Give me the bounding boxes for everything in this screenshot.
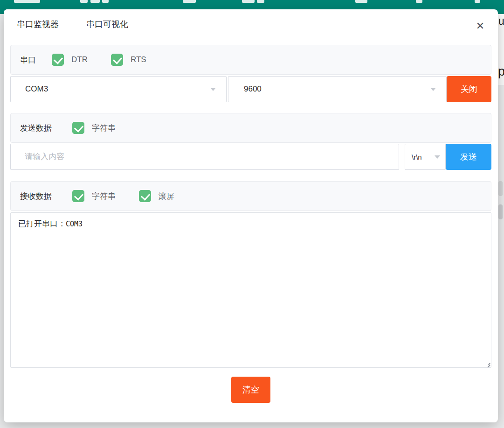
dtr-label: DTR	[71, 55, 88, 64]
tab-serial-plotter[interactable]: 串口可视化	[72, 9, 142, 39]
port-select-value: COM3	[25, 84, 48, 94]
resize-grip-icon[interactable]	[484, 360, 490, 366]
line-ending-value: \r\n	[412, 153, 422, 161]
chevron-down-icon	[435, 155, 440, 159]
receive-string-checkbox[interactable]	[72, 190, 84, 202]
chevron-down-icon	[210, 88, 216, 91]
dtr-checkbox[interactable]	[52, 54, 64, 66]
autoscroll-label: 滚屏	[159, 191, 174, 202]
baud-select-value: 9600	[244, 84, 262, 94]
send-title: 发送数据	[20, 123, 52, 133]
tab-label: 串口监视器	[17, 19, 59, 30]
dialog-footer: 清空	[10, 377, 491, 403]
log-prefix: 已打开串口：	[18, 219, 66, 228]
send-string-label: 字符串	[92, 123, 116, 133]
background-clipped-text: p	[498, 64, 504, 79]
send-section-header: 发送数据 字符串	[10, 113, 491, 143]
serial-port-title: 串口	[20, 55, 36, 65]
receive-title: 接收数据	[20, 191, 52, 202]
serial-port-section-header: 串口 DTR RTS	[10, 45, 491, 75]
rts-label: RTS	[131, 55, 146, 64]
background-scrollbar[interactable]	[498, 204, 503, 219]
receive-log-area[interactable]: 已打开串口：COM3	[10, 212, 491, 368]
tab-label: 串口可视化	[86, 19, 128, 30]
send-input[interactable]	[10, 144, 399, 170]
background-scrollbar[interactable]	[498, 181, 503, 196]
clear-button[interactable]: 清空	[231, 377, 270, 403]
send-button[interactable]: 发送	[446, 144, 491, 170]
receive-string-label: 字符串	[92, 191, 116, 202]
baud-select[interactable]: 9600	[228, 76, 447, 102]
receive-section-header: 接收数据 字符串 滚屏	[10, 181, 491, 211]
send-string-checkbox[interactable]	[72, 122, 84, 134]
tab-serial-monitor[interactable]: 串口监视器	[4, 9, 72, 39]
dialog-tabbar: 串口监视器 串口可视化 ✕	[4, 9, 498, 39]
background-clipped-text: u	[498, 15, 504, 28]
serial-port-controls-row: COM3 9600 关闭	[10, 76, 491, 102]
autoscroll-checkbox[interactable]	[139, 190, 151, 202]
port-select[interactable]: COM3	[10, 76, 227, 102]
topbar-clipped-glyphs	[0, 0, 504, 4]
close-port-button[interactable]: 关闭	[447, 76, 491, 102]
log-port-value: COM3	[66, 220, 83, 228]
close-icon[interactable]: ✕	[474, 20, 487, 33]
send-controls-row: \r\n 发送	[10, 144, 491, 170]
serial-monitor-dialog: 串口监视器 串口可视化 ✕ 串口 DTR RTS COM3 9600 关闭	[4, 9, 498, 422]
line-ending-select[interactable]: \r\n	[405, 144, 446, 170]
rts-checkbox[interactable]	[111, 54, 123, 66]
dialog-content: 串口 DTR RTS COM3 9600 关闭 发送数据 字符串	[4, 45, 498, 403]
log-line: 已打开串口：COM3	[18, 218, 483, 229]
chevron-down-icon	[430, 88, 436, 91]
